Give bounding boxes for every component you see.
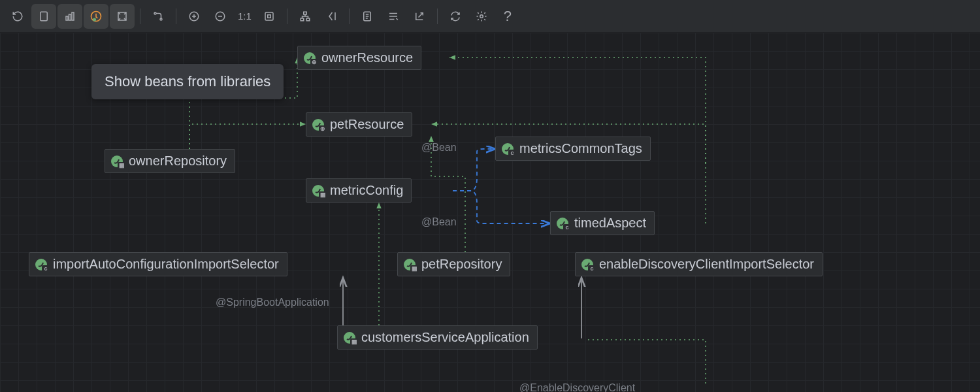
- svg-rect-1: [66, 16, 68, 20]
- node-importAutoConfigurationImportSelector[interactable]: c importAutoConfigurationImportSelector: [29, 252, 287, 276]
- toolbar-separator: [176, 8, 176, 24]
- toolbar: 1:1 ?: [0, 0, 980, 33]
- hierarchy-icon[interactable]: [293, 4, 318, 29]
- node-timedAspect[interactable]: c timedAspect: [550, 211, 655, 235]
- list-icon[interactable]: [381, 4, 406, 29]
- spring-bean-icon: ⊕: [312, 118, 325, 131]
- svg-rect-15: [306, 18, 310, 21]
- annotation-enablediscoveryclient: @EnableDiscoveryClient: [519, 382, 635, 392]
- node-label: petRepository: [421, 257, 502, 272]
- spring-component-icon: c: [581, 258, 594, 271]
- node-metricsCommonTags[interactable]: c metricsCommonTags: [495, 137, 651, 161]
- node-label: petResource: [330, 117, 404, 132]
- annotation-springbootapplication: @SpringBootApplication: [216, 297, 329, 308]
- svg-point-5: [93, 18, 96, 21]
- diagram-canvas[interactable]: Show beans from libraries: [0, 33, 980, 392]
- toolbar-separator: [287, 8, 287, 24]
- node-petResource[interactable]: ⊕ petResource: [306, 112, 412, 137]
- refresh-icon[interactable]: [5, 4, 30, 29]
- spring-component-icon: c: [501, 142, 514, 155]
- node-label: importAutoConfigurationImportSelector: [53, 257, 279, 272]
- route-icon[interactable]: [146, 4, 171, 29]
- file-view-icon[interactable]: [31, 4, 56, 29]
- chart-view-icon[interactable]: [57, 4, 82, 29]
- export-icon[interactable]: [407, 4, 432, 29]
- toolbar-separator: [140, 8, 140, 24]
- node-label: metricsCommonTags: [519, 141, 642, 156]
- svg-point-8: [160, 18, 162, 20]
- node-label: ownerResource: [321, 50, 413, 65]
- annotation-bean: @Bean: [421, 142, 457, 154]
- node-petRepository[interactable]: ▦ petRepository: [397, 252, 510, 276]
- spring-bean-icon: ▦: [312, 184, 325, 197]
- annotation-bean: @Bean: [421, 216, 457, 228]
- svg-rect-14: [301, 18, 304, 21]
- node-ownerResource[interactable]: ⊕ ownerResource: [297, 46, 421, 70]
- spring-bean-icon: ⊕: [303, 52, 316, 65]
- gear-icon[interactable]: [469, 4, 494, 29]
- spring-bean-icon: ▦: [110, 155, 123, 168]
- document-icon[interactable]: [355, 4, 380, 29]
- libraries-icon[interactable]: [84, 4, 108, 29]
- node-metricConfig[interactable]: ▦ metricConfig: [306, 178, 412, 203]
- svg-rect-0: [41, 12, 48, 21]
- node-label: enableDiscoveryClientImportSelector: [599, 257, 814, 272]
- node-ownerRepository[interactable]: ▦ ownerRepository: [105, 149, 235, 173]
- node-label: customersServiceApplication: [361, 330, 529, 345]
- svg-rect-3: [72, 12, 74, 20]
- zoom-out-icon[interactable]: [208, 4, 233, 29]
- svg-rect-2: [69, 14, 71, 20]
- spring-component-icon: c: [556, 217, 569, 230]
- tooltip: Show beans from libraries: [91, 64, 284, 99]
- help-icon[interactable]: ?: [495, 4, 520, 29]
- node-label: ownerRepository: [129, 154, 227, 169]
- svg-rect-13: [304, 12, 307, 14]
- collapse-icon[interactable]: [319, 4, 344, 29]
- tooltip-text: Show beans from libraries: [105, 73, 270, 90]
- node-customersServiceApplication[interactable]: ▦ customersServiceApplication: [337, 325, 538, 350]
- spring-bean-icon: ▦: [403, 258, 416, 271]
- toolbar-separator: [349, 8, 350, 24]
- node-enableDiscoveryClientImportSelector[interactable]: c enableDiscoveryClientImportSelector: [575, 252, 823, 276]
- sync-icon[interactable]: [443, 4, 468, 29]
- spring-component-icon: c: [35, 258, 48, 271]
- fit-content-icon[interactable]: [257, 4, 282, 29]
- scale-label[interactable]: 1:1: [234, 10, 255, 22]
- svg-point-7: [154, 12, 156, 14]
- svg-point-17: [480, 14, 483, 18]
- spring-bean-icon: ▦: [343, 331, 356, 344]
- zoom-in-icon[interactable]: [182, 4, 206, 29]
- svg-rect-11: [265, 12, 273, 20]
- node-label: metricConfig: [330, 183, 403, 198]
- svg-rect-12: [268, 14, 271, 18]
- frame-icon[interactable]: [110, 4, 135, 29]
- toolbar-separator: [437, 8, 438, 24]
- node-label: timedAspect: [574, 216, 646, 231]
